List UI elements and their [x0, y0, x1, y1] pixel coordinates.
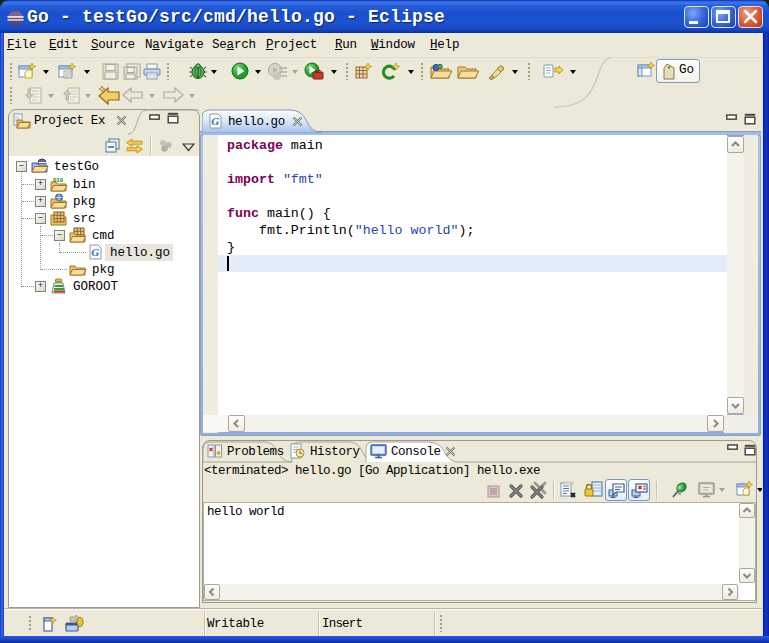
svg-text:010: 010 [53, 177, 64, 183]
svg-text:G: G [211, 115, 219, 127]
svg-text:G: G [91, 246, 99, 258]
